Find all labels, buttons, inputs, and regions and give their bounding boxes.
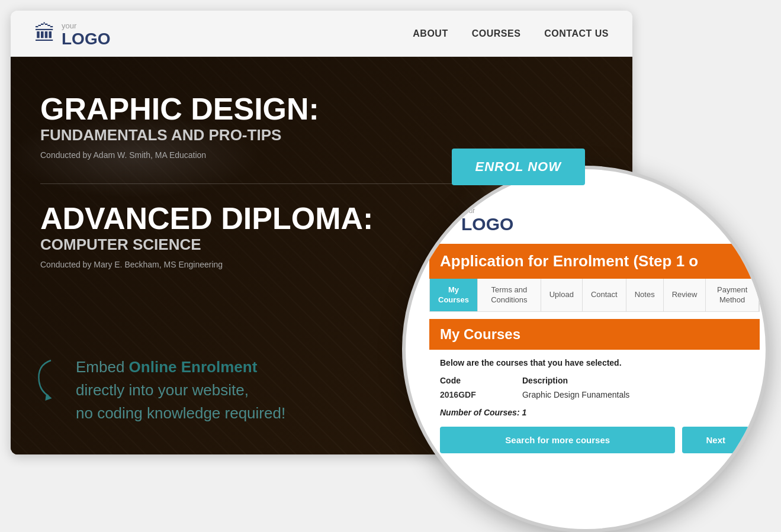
hero-content: GRAPHIC DESIGN: FUNDAMENTALS AND PRO-TIP… <box>11 57 632 305</box>
col-description: Description <box>522 373 749 388</box>
hero-subtitle-2: COMPUTER SCIENCE <box>40 236 603 254</box>
embed-section: Embed Online Enrolment directly into you… <box>28 356 285 425</box>
courses-subtitle: Below are the courses that you have sele… <box>440 358 749 367</box>
tab-review[interactable]: Review <box>664 279 706 311</box>
enrol-now-button[interactable]: ENROL NOW <box>452 149 585 185</box>
col-code: Code <box>440 373 522 388</box>
search-more-button[interactable]: Search for more courses <box>440 427 675 453</box>
course-count: Number of Courses: 1 <box>440 408 749 417</box>
next-button[interactable]: Next <box>682 427 749 453</box>
course-code[interactable]: 2016GDF <box>440 388 522 402</box>
tab-payment[interactable]: Payment Method <box>706 279 759 311</box>
svg-marker-0 <box>45 394 52 401</box>
table-row: 2016GDF Graphic Design Funamentals <box>440 388 749 402</box>
action-buttons: Search for more courses Next <box>440 427 749 453</box>
hero-subtitle-1: FUNDAMENTALS AND PRO-TIPS <box>40 126 603 144</box>
hero-course-2: ADVANCED DIPLOMA: COMPUTER SCIENCE Condu… <box>40 202 603 269</box>
hero-instructor-2: Conducted by Mary E. Beckham, MS Enginee… <box>40 260 603 269</box>
nav-bar: 🏛 your LOGO ABOUT COURSES CONTACT US <box>11 11 632 57</box>
courses-table: Code Description 2016GDF Graphic Design … <box>440 373 749 402</box>
nav-logo: 🏛 your LOGO <box>34 20 110 47</box>
nav-links: ABOUT COURSES CONTACT US <box>413 28 609 39</box>
courses-body: Below are the courses that you have sele… <box>429 350 760 462</box>
course-description: Graphic Design Funamentals <box>522 388 749 402</box>
logo-text: your LOGO <box>62 21 110 47</box>
embed-text: Embed Online Enrolment directly into you… <box>76 356 285 425</box>
nav-courses[interactable]: COURSES <box>472 28 521 39</box>
arrow-icon <box>28 356 64 403</box>
nav-contact[interactable]: CONTACT US <box>544 28 609 39</box>
my-courses-header: My Courses <box>429 319 760 350</box>
hero-title-1: GRAPHIC DESIGN: <box>40 92 603 126</box>
logo-icon: 🏛 <box>34 21 56 46</box>
nav-about[interactable]: ABOUT <box>413 28 448 39</box>
hero-title-2: ADVANCED DIPLOMA: <box>40 202 603 236</box>
